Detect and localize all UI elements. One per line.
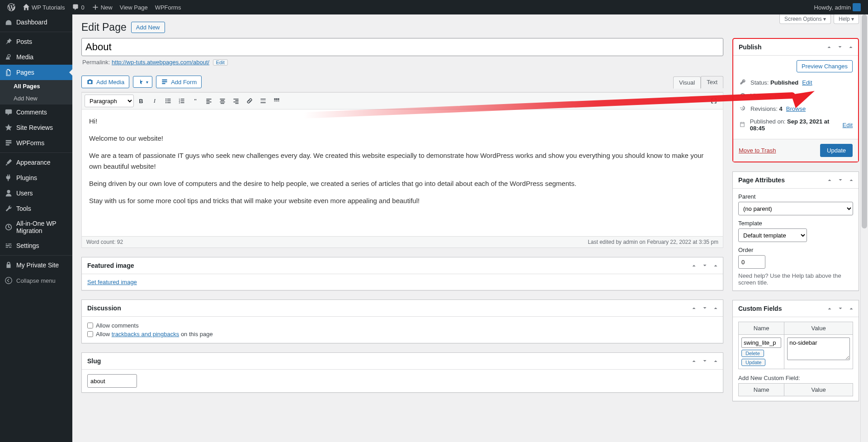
permalink-url-link[interactable]: http://wp-tuts.atwebpages.com/about/ [112,59,209,66]
editor-content-area[interactable]: Hi! Welcome to our website! We are a tea… [82,109,723,236]
toggle-panel-button[interactable] [710,303,721,314]
editor-tab-visual[interactable]: Visual [673,76,701,89]
update-button[interactable]: Update [820,144,853,157]
move-up-button[interactable] [689,260,699,271]
edit-status-link[interactable]: Edit [802,79,812,86]
move-down-button[interactable] [699,356,710,366]
cf-col-value: Value [784,322,853,335]
number-list-button[interactable]: 123 [175,95,188,107]
add-media-button[interactable]: Add Media [81,76,129,88]
allow-comments-checkbox[interactable] [87,323,93,328]
submenu-add-new[interactable]: Add New [0,92,72,105]
menu-tools[interactable]: Tools [0,201,72,216]
wp-logo[interactable] [4,0,19,14]
align-right-button[interactable] [230,95,242,107]
comments-link[interactable]: 0 [68,0,88,14]
toggle-panel-button[interactable] [845,42,856,52]
toolbar-toggle-button[interactable] [270,95,283,107]
order-input[interactable] [738,255,765,269]
help-button[interactable]: Help ▾ [834,14,859,24]
move-up-button[interactable] [824,303,835,314]
edit-date-link[interactable]: Edit [843,122,853,128]
star-dropdown-button[interactable]: ▾ [133,76,152,88]
cf-name-input[interactable] [741,337,781,348]
menu-plugins[interactable]: Plugins [0,170,72,185]
cf-value-input[interactable]: no-sidebar [787,337,850,360]
allow-trackbacks-checkbox[interactable] [87,331,93,337]
menu-users[interactable]: Users [0,185,72,201]
readmore-icon [259,97,267,105]
move-up-button[interactable] [824,42,835,52]
parent-select[interactable]: (no parent) [738,202,853,215]
move-down-button[interactable] [699,303,710,314]
site-name-link[interactable]: WP Tutorials [19,0,68,14]
menu-settings[interactable]: Settings [0,238,72,253]
add-new-button[interactable]: Add New [131,22,165,33]
italic-button[interactable]: I [148,95,161,107]
screen-options-button[interactable]: Screen Options ▾ [779,14,831,24]
distraction-free-button[interactable] [708,95,720,107]
slug-input[interactable] [87,374,137,388]
submenu-all-pages[interactable]: All Pages [0,80,72,92]
howdy-link[interactable]: Howdy, admin [811,0,864,14]
caret-up-icon [712,305,719,311]
format-select[interactable]: Paragraph [85,95,134,107]
toggle-panel-button[interactable] [710,260,721,271]
move-down-button[interactable] [699,260,710,271]
chevron-down-icon [702,358,708,364]
svg-rect-19 [221,100,224,101]
move-down-button[interactable] [835,175,846,185]
move-up-button[interactable] [824,175,835,185]
browse-revisions-link[interactable]: Browse [786,105,806,112]
menu-aio-migration[interactable]: All-in-One WP Migration [0,216,72,238]
bold-button[interactable]: B [135,95,147,107]
submenu-pages: All Pages Add New [0,80,72,105]
add-form-button[interactable]: Add Form [156,76,202,88]
new-content-link[interactable]: New [88,0,116,14]
move-up-button[interactable] [689,303,699,314]
svg-rect-20 [220,102,225,103]
wpforms-topbar-link[interactable]: WPForms [151,0,185,14]
cf-update-button[interactable]: Update [741,359,765,366]
svg-rect-32 [274,100,275,101]
move-down-button[interactable] [835,42,845,52]
set-featured-image-link[interactable]: Set featured image [87,279,137,285]
cf-delete-button[interactable]: Delete [741,350,764,357]
bullet-list-button[interactable] [162,95,175,107]
cf-col-name2: Name [739,384,784,396]
readmore-button[interactable] [257,95,269,107]
publish-box: Publish Preview Changes [732,38,859,162]
edit-permalink-button[interactable]: Edit [213,59,228,66]
template-select[interactable]: Default template [738,228,807,242]
menu-site-reviews[interactable]: Site Reviews [0,120,72,135]
link-button[interactable] [243,95,256,107]
menu-collapse[interactable]: Collapse menu [0,273,72,288]
menu-private-site[interactable]: My Private Site [0,257,72,273]
toggle-panel-button[interactable] [846,175,857,185]
trackbacks-link[interactable]: trackbacks and pingbacks [112,331,179,337]
post-title-input[interactable] [81,38,723,56]
svg-rect-34 [278,100,279,101]
align-left-button[interactable] [203,95,215,107]
view-page-link[interactable]: View Page [116,0,151,14]
vertical-scrollbar[interactable]: ▲ [860,14,868,437]
move-up-button[interactable] [689,356,699,366]
menu-appearance[interactable]: Appearance [0,155,72,170]
menu-posts[interactable]: Posts [0,34,72,49]
move-to-trash-link[interactable]: Move to Trash [739,147,776,154]
caret-up-icon [712,262,719,269]
toggle-panel-button[interactable] [846,303,857,314]
menu-media[interactable]: Media [0,49,72,65]
move-down-button[interactable] [835,303,846,314]
menu-dashboard[interactable]: Dashboard [0,14,72,30]
scrollbar-thumb[interactable] [862,14,867,228]
menu-wpforms[interactable]: WPForms [0,135,72,151]
preview-changes-button[interactable]: Preview Changes [797,60,853,72]
blockquote-button[interactable]: " [189,95,202,107]
menu-pages[interactable]: Pages [0,65,72,80]
edit-visibility-link[interactable]: Edit [796,92,806,99]
menu-comments[interactable]: Comments [0,105,72,120]
editor-tab-text[interactable]: Text [701,76,723,88]
align-center-button[interactable] [216,95,229,107]
toggle-panel-button[interactable] [710,356,721,366]
